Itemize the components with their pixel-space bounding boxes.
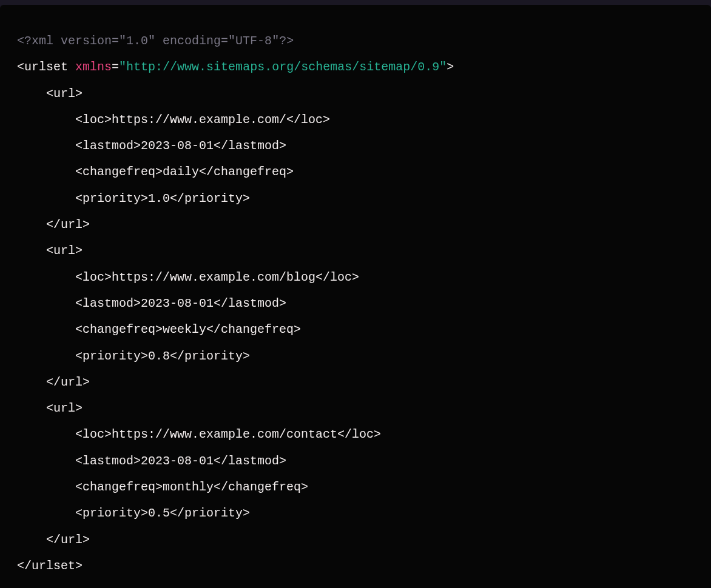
lastmod-value: 2023-08-01 — [141, 454, 214, 468]
url-open: <url> — [46, 401, 83, 415]
changefreq-value: monthly — [163, 480, 214, 494]
urlset-open-tag: <urlset — [17, 60, 68, 74]
xmlns-value: "http://www.sitemaps.org/schemas/sitemap… — [119, 60, 446, 74]
loc-value: https://www.example.com/blog — [112, 270, 315, 284]
priority-value: 0.8 — [148, 349, 170, 363]
url-open: <url> — [46, 87, 83, 101]
code-block: <?xml version="1.0" encoding="UTF-8"?> <… — [0, 5, 711, 588]
loc-value: https://www.example.com/contact — [112, 427, 337, 441]
url-open: <url> — [46, 244, 83, 258]
loc-value: https://www.example.com/ — [112, 113, 286, 127]
lastmod-value: 2023-08-01 — [141, 296, 214, 310]
priority-value: 0.5 — [148, 506, 170, 520]
url-close: </url> — [46, 375, 90, 389]
lastmod-value: 2023-08-01 — [141, 139, 214, 153]
url-close: </url> — [46, 533, 90, 547]
priority-value: 1.0 — [148, 192, 170, 205]
url-close: </url> — [46, 218, 90, 232]
changefreq-value: weekly — [163, 322, 206, 336]
xml-source[interactable]: <?xml version="1.0" encoding="UTF-8"?> <… — [17, 28, 694, 579]
urlset-close-tag: </urlset> — [17, 559, 83, 573]
xml-declaration: <?xml version="1.0" encoding="UTF-8"?> — [17, 34, 294, 48]
xmlns-attr: xmlns — [75, 60, 112, 74]
changefreq-value: daily — [163, 165, 199, 179]
